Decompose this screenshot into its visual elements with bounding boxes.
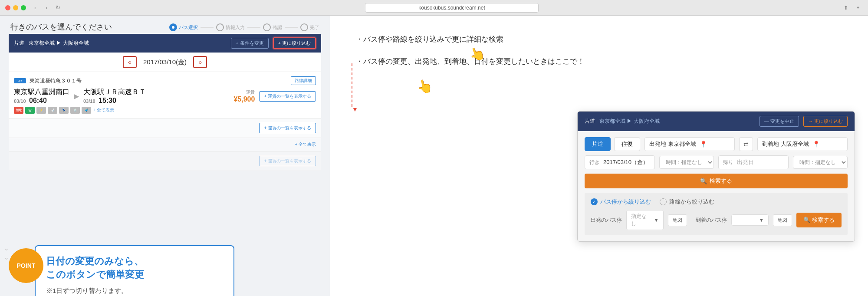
one-way-button[interactable]: 片道: [585, 137, 611, 151]
radio-icon-route: [660, 198, 667, 205]
round-trip-button[interactable]: 往復: [614, 137, 640, 151]
arrival-input-group: 到着地 大阪府全域 📍: [757, 137, 848, 151]
filter-panel: 片道 東京都全域 ▶ 大阪府全域 — 変更を中止 → 更に絞り込む 片道 往復 …: [577, 111, 855, 242]
fare-list-button-2[interactable]: + 運賃の一覧を表示する: [259, 123, 316, 133]
chevron-down-icon: ⌄: [3, 244, 9, 252]
browser-content: 行きのバスを選んでください バス選択 情報入力 確認: [0, 16, 330, 296]
show-all-link[interactable]: + 全て表示: [93, 107, 114, 113]
bus-result-card: JR 東海道昼特急３０１号 路線詳細 東京駅八重洲南口 03/10 06:40 …: [9, 72, 321, 118]
explanation-bullet-1: ・バス停や路線を絞り込みで更に詳細な検索: [356, 33, 851, 46]
date-row: 行き 2017/03/10（金） 時間：指定なし 帰り 出発日 時間：指定なし: [585, 155, 848, 169]
arrival-stop-label: 到着のバス停: [696, 217, 727, 224]
search-route: 東京都全域 ▶ 大阪府全域: [29, 39, 227, 47]
fare-price: ¥5,900: [233, 95, 255, 103]
wizard-step-1: バス選択: [169, 23, 198, 31]
return-time-select[interactable]: 時間：指定なし: [793, 156, 848, 169]
filter-body: 片道 往復 出発地 東京都全域 📍 ⇄ 到着地 大阪府全域 📍: [578, 131, 855, 241]
wizard-step-3: 確認: [263, 23, 282, 31]
departure-date: 03/10: [14, 99, 26, 104]
trip-type-row: 片道 往復 出発地 東京都全域 📍 ⇄ 到着地 大阪府全域 📍: [585, 137, 848, 151]
wizard-circle-4: [300, 23, 308, 31]
date-selector: « 2017/03/10(金) »: [9, 53, 321, 72]
departure-date-label: 行き: [589, 159, 600, 166]
search-button-label: 検索する: [710, 177, 732, 185]
browser-dots: [5, 5, 26, 10]
departure-stop-label: 出発のバス停: [591, 217, 622, 224]
arrival-info: 大阪駅ＪＲ高速ＢＴ 03/10 15:30: [83, 88, 146, 105]
show-all-link-2[interactable]: + 全て表示: [295, 141, 316, 148]
fare-list-button[interactable]: + 運賃の一覧を表示する: [259, 91, 316, 102]
close-dot[interactable]: [5, 5, 10, 10]
annotation-note: ※1日ずつ切り替わります。: [46, 287, 223, 295]
filter-tab-stop[interactable]: ✓ バス停から絞り込む: [591, 198, 651, 206]
filter-tab-route-label: 路線から絞り込む: [669, 198, 714, 206]
fare-list-button-3[interactable]: + 運賃の一覧を表示する: [259, 156, 316, 166]
search-type-label: 片道: [14, 39, 24, 47]
explanation-panel: ・バス停や路線を絞り込みで更に詳細な検索 ・バス停の変更、出発地、到着地、日付を…: [330, 16, 868, 86]
location-icon-arrival: 📍: [812, 141, 820, 148]
swap-button[interactable]: ⇄: [739, 137, 753, 151]
forward-button[interactable]: ›: [42, 3, 51, 13]
point-badge: POINT: [9, 248, 43, 283]
departure-time-select[interactable]: 時間：指定なし: [659, 156, 714, 169]
arrival-date: 03/10: [83, 99, 95, 104]
cancel-change-button[interactable]: — 変更を中止: [760, 116, 799, 127]
departure-stop-input: 指定なし ▼: [626, 210, 664, 230]
maximize-dot[interactable]: [21, 5, 26, 10]
bus-result-card-3: + 全て表示: [9, 138, 321, 151]
bus-name: 東海道昼特急３０１号: [30, 77, 82, 85]
current-date: 2017/03/10(金): [143, 58, 187, 66]
badge-seat: 💺: [59, 107, 69, 114]
filter-search-button[interactable]: 🔍 検索する: [796, 213, 842, 227]
next-date-button[interactable]: »: [193, 56, 207, 68]
departure-date-value: 2017/03/10（金）: [603, 158, 648, 166]
more-filter-button[interactable]: → 更に絞り込む: [803, 116, 848, 127]
browser-chrome: ‹ › ↻ kousokubus.soundcream.net ⬆ +: [0, 0, 868, 16]
bus-logo: JR: [14, 78, 26, 83]
departure-input-label: 出発地 東京都全域: [649, 140, 696, 148]
departure-map-button[interactable]: 地図: [668, 214, 687, 226]
trip-type-group: 片道 往復: [585, 137, 640, 151]
change-conditions-button[interactable]: + 条件を変更: [231, 38, 268, 49]
route-detail-button[interactable]: 路線詳細: [291, 76, 316, 85]
filter-route: 東京都全域 ▶ 大阪府全域: [599, 118, 755, 125]
badge-baggage: 🧳: [82, 107, 91, 114]
arrival-time: 03/10 15:30: [83, 97, 146, 105]
wizard-label-1: バス選択: [179, 24, 198, 31]
location-icon-departure: 📍: [700, 141, 707, 148]
wizard-line-3: [285, 27, 298, 28]
wizard-label-2: 情報入力: [226, 24, 245, 31]
url-text: kousokubus.soundcream.net: [418, 5, 485, 11]
badge-food: 🍵: [70, 107, 80, 114]
filter-section: ✓ バス停から絞り込む 路線から絞り込む 出発のバス停 指定なし ▼: [585, 193, 848, 235]
arrow-down-icon: ▼: [352, 106, 358, 113]
bus-result-card-4: + 運賃の一覧を表示する: [9, 151, 321, 171]
wizard-label-3: 確認: [273, 24, 282, 31]
dropdown-icon-2: ▼: [759, 217, 764, 223]
add-tab-icon[interactable]: +: [853, 3, 863, 13]
reload-button[interactable]: ↻: [53, 3, 62, 13]
search-bar: 片道 東京都全域 ▶ 大阪府全域 + 条件を変更 + 更に絞り込む: [9, 34, 321, 53]
arrival-clock: 15:30: [99, 97, 116, 104]
prev-date-button[interactable]: «: [123, 56, 137, 68]
badge-outlet: ⚡: [36, 107, 46, 114]
departure-date-group: 行き 2017/03/10（金）: [585, 155, 655, 169]
filter-button[interactable]: + 更に絞り込む: [273, 37, 316, 49]
wizard-step-2: 情報入力: [216, 23, 245, 31]
annotation-title: 日付の変更のみなら、 このボタンで簡単変更: [46, 255, 223, 282]
annotation-box: 日付の変更のみなら、 このボタンで簡単変更 ※1日ずつ切り替わります。: [35, 245, 234, 296]
return-date-label: 帰り: [723, 159, 733, 166]
minimize-dot[interactable]: [13, 5, 18, 10]
filter-tab-route[interactable]: 路線から絞り込む: [660, 198, 714, 206]
filter-tabs: ✓ バス停から絞り込む 路線から絞り込む: [591, 198, 842, 206]
main-container: 行きのバスを選んでください バス選択 情報入力 確認: [0, 16, 868, 296]
return-date-placeholder: 出発日: [737, 158, 754, 166]
wizard-step-4: 完了: [300, 23, 319, 31]
return-date-group: 帰り 出発日: [718, 155, 789, 169]
search-button[interactable]: 🔍 検索する: [585, 174, 848, 188]
arrival-map-button[interactable]: 地図: [773, 214, 792, 226]
back-button[interactable]: ‹: [30, 3, 40, 13]
share-icon[interactable]: ⬆: [841, 3, 851, 13]
url-bar[interactable]: kousokubus.soundcream.net: [365, 3, 539, 13]
browser-icons: ⬆ +: [841, 3, 863, 13]
